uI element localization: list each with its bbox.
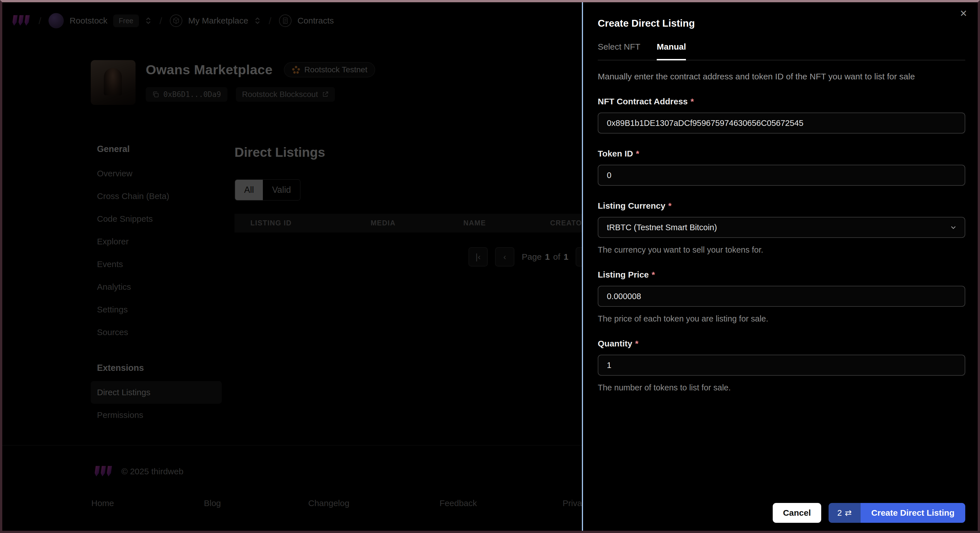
contract-address-label: NFT Contract Address: [598, 97, 688, 106]
listing-currency-label-row: Listing Currency*: [598, 201, 965, 211]
tab-select-nft[interactable]: Select NFT: [598, 42, 640, 60]
submit-button-group: 2 ⇄ Create Direct Listing: [829, 503, 965, 523]
transaction-count-badge: 2 ⇄: [829, 503, 861, 523]
field-listing-price: Listing Price* The price of each token y…: [598, 270, 965, 323]
contract-address-label-row: NFT Contract Address*: [598, 97, 965, 106]
listing-price-label-row: Listing Price*: [598, 270, 965, 280]
required-marker: *: [636, 149, 639, 158]
listing-currency-value: tRBTC (Testnet Smart Bitcoin): [607, 223, 717, 232]
field-token-id: Token ID*: [598, 149, 965, 186]
required-marker: *: [635, 339, 639, 348]
listing-currency-label: Listing Currency: [598, 201, 665, 210]
quantity-label-row: Quantity*: [598, 339, 965, 348]
create-direct-listing-drawer: × Create Direct Listing Select NFT Manua…: [582, 2, 978, 531]
drawer-tabbar: Select NFT Manual: [598, 42, 965, 60]
required-marker: *: [690, 97, 694, 106]
app-screen: / Rootstock Free / My Marketplace / Cont…: [0, 0, 980, 533]
tab-manual[interactable]: Manual: [657, 42, 686, 60]
quantity-input[interactable]: [598, 355, 965, 375]
quantity-helper: The number of tokens to list for sale.: [598, 383, 965, 392]
close-icon[interactable]: ×: [960, 7, 967, 19]
token-id-input[interactable]: [598, 165, 965, 186]
drawer-title: Create Direct Listing: [598, 18, 965, 29]
listing-currency-helper: The currency you want to sell your token…: [598, 245, 965, 255]
listing-price-input[interactable]: [598, 286, 965, 307]
token-id-label-row: Token ID*: [598, 149, 965, 159]
token-id-label: Token ID: [598, 149, 633, 158]
contract-address-input[interactable]: [598, 113, 965, 134]
required-marker: *: [668, 201, 671, 210]
chevron-down-icon: [950, 223, 957, 231]
drawer-description: Manually enter the contract address and …: [598, 72, 965, 81]
field-contract-address: NFT Contract Address*: [598, 97, 965, 134]
field-listing-currency: Listing Currency* tRBTC (Testnet Smart B…: [598, 201, 965, 255]
swap-horizontal-icon: ⇄: [845, 508, 851, 518]
drawer-actions: Cancel 2 ⇄ Create Direct Listing: [773, 503, 965, 523]
transaction-count: 2: [837, 508, 842, 518]
listing-price-helper: The price of each token you are listing …: [598, 314, 965, 323]
listing-price-label: Listing Price: [598, 270, 649, 279]
field-quantity: Quantity* The number of tokens to list f…: [598, 339, 965, 392]
listing-currency-select[interactable]: tRBTC (Testnet Smart Bitcoin): [598, 217, 965, 238]
create-direct-listing-button[interactable]: Create Direct Listing: [861, 503, 965, 523]
cancel-button[interactable]: Cancel: [773, 503, 821, 523]
quantity-label: Quantity: [598, 339, 632, 348]
required-marker: *: [652, 270, 655, 279]
